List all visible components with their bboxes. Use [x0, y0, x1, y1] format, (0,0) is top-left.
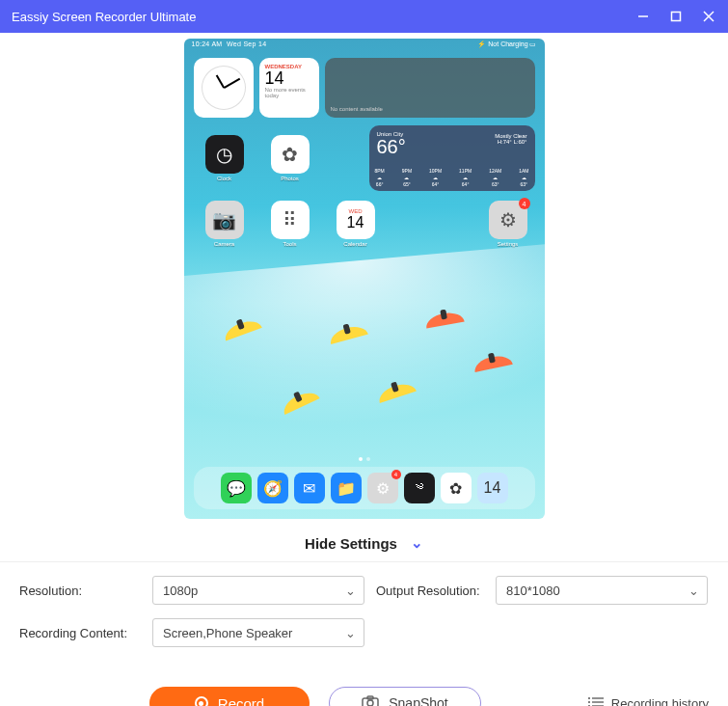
weather-hour: 12AM☁63°	[489, 168, 501, 187]
status-battery: ⚡ Not Charging ▭	[477, 41, 536, 52]
tools-icon: ⠿	[271, 201, 310, 239]
photos-icon: ✿	[271, 135, 310, 174]
clock-icon: ◷	[205, 135, 244, 174]
calendar-widget: WEDNESDAY 14 No more events today	[259, 58, 319, 118]
svg-point-5	[367, 700, 373, 706]
app-row-2: 📷Camera⠿ToolsWED14Calendar	[205, 201, 375, 247]
clock-widget	[194, 58, 254, 118]
surfer-graphic	[424, 311, 464, 329]
recording-history-link[interactable]: Recording history	[588, 696, 709, 707]
chevron-down-icon: ⌄	[345, 584, 356, 598]
app-label: Photos	[281, 176, 299, 181]
app-label: Settings	[498, 241, 519, 247]
output-resolution-select[interactable]: 810*1080 ⌄	[496, 576, 708, 605]
surfer-graphic	[280, 388, 319, 415]
titlebar: Eassiy Screen Recorder Ultimate	[0, 0, 728, 33]
hide-settings-toggle[interactable]: Hide Settings ⌄	[0, 525, 728, 561]
record-icon	[195, 696, 208, 706]
app-label: Clock	[217, 176, 231, 181]
app-photos: ✿Photos	[271, 135, 310, 181]
weather-hour: 1AM☁63°	[519, 168, 528, 187]
app-row-2-right: ⚙4Settings	[489, 201, 527, 247]
record-label: Record	[218, 695, 264, 707]
window-controls	[635, 9, 716, 24]
cal-daynum: 14	[265, 69, 313, 87]
minimize-icon[interactable]	[635, 9, 651, 24]
camera-icon: 📷	[205, 201, 244, 239]
surfer-graphic	[472, 353, 513, 372]
chevron-down-icon: ⌄	[411, 534, 423, 552]
output-resolution-value: 810*1080	[506, 584, 560, 598]
svg-rect-1	[672, 13, 681, 21]
device-preview-area: 10:24 AM Wed Sep 14 ⚡ Not Charging ▭ WED…	[0, 33, 728, 525]
ipad-mirror: 10:24 AM Wed Sep 14 ⚡ Not Charging ▭ WED…	[184, 39, 545, 519]
camera-icon	[362, 695, 379, 707]
app-label: Camera	[214, 241, 234, 247]
placeholder-text: No content available	[331, 106, 383, 112]
chevron-down-icon: ⌄	[345, 626, 356, 640]
app-tools: ⠿Tools	[271, 201, 310, 247]
cal-sub: No more events today	[265, 87, 313, 98]
app-clock: ◷Clock	[205, 135, 244, 181]
dock-files-icon: 📁	[331, 473, 362, 503]
badge: 4	[519, 198, 530, 209]
maximize-icon[interactable]	[668, 9, 684, 24]
dock-mail-icon: ✉	[294, 473, 325, 503]
close-icon[interactable]	[701, 9, 716, 24]
action-row: Record SnapShot Recording history	[0, 674, 728, 706]
weather-hourly: 8PM☁66°9PM☁65°10PM☁64°11PM☁64°12AM☁63°1A…	[375, 168, 529, 187]
placeholder-widget: No content available	[325, 58, 535, 118]
weather-hour: 11PM☁64°	[459, 168, 472, 187]
dock-safari-icon: 🧭	[257, 473, 288, 503]
app-calendar: WED14Calendar	[337, 201, 375, 247]
svg-point-10	[588, 697, 590, 699]
history-label: Recording history	[611, 696, 709, 707]
weather-widget: Union City 66° Mostly Clear H:74° L:60° …	[369, 125, 535, 191]
status-date: Wed Sep 14	[227, 41, 266, 47]
dock-messages-icon: 💬	[221, 473, 252, 503]
app-settings: ⚙4Settings	[489, 201, 527, 247]
snapshot-label: SnapShot	[389, 695, 448, 706]
surfer-graphic	[328, 323, 368, 344]
surfer-graphic	[376, 380, 417, 403]
weather-cond: Mostly Clear H:74° L:60°	[495, 133, 526, 145]
dock-appstore-icon: ⚙4	[367, 473, 398, 503]
app-label: Calendar	[343, 241, 366, 247]
list-icon	[588, 696, 604, 707]
weather-hour: 8PM☁66°	[375, 168, 385, 187]
recording-content-select[interactable]: Screen,Phone Speaker ⌄	[152, 618, 364, 647]
app-title: Eassiy Screen Recorder Ultimate	[12, 10, 635, 24]
resolution-label: Resolution:	[19, 584, 141, 598]
svg-point-11	[588, 701, 590, 703]
app-row-1: ◷Clock✿Photos	[205, 135, 310, 181]
dock-calsmall-icon: 14	[477, 473, 508, 503]
weather-hour: 9PM☁65°	[402, 168, 412, 187]
app-camera: 📷Camera	[205, 201, 244, 247]
toggle-label: Hide Settings	[305, 535, 397, 552]
recording-content-label: Recording Content:	[19, 626, 141, 640]
calendar-icon: WED14	[337, 201, 375, 239]
snapshot-button[interactable]: SnapShot	[329, 687, 481, 706]
chevron-down-icon: ⌄	[688, 584, 699, 598]
page-indicator	[359, 457, 370, 461]
weather-hour: 10PM☁64°	[429, 168, 442, 187]
dock-dark-icon: ༄	[404, 473, 435, 503]
app-label: Tools	[283, 241, 296, 247]
badge: 4	[391, 470, 401, 479]
analog-clock-icon	[202, 66, 246, 110]
status-time: 10:24 AM	[192, 41, 223, 47]
ipad-dock: 💬🧭✉📁⚙4༄✿14	[194, 467, 535, 509]
ipad-statusbar: 10:24 AM Wed Sep 14 ⚡ Not Charging ▭	[184, 39, 545, 54]
surfer-graphic	[222, 317, 262, 341]
dock-photos-icon: ✿	[441, 473, 472, 503]
resolution-value: 1080p	[163, 584, 198, 598]
widget-row: WEDNESDAY 14 No more events today No con…	[194, 58, 535, 118]
record-button[interactable]: Record	[149, 687, 310, 706]
output-resolution-label: Output Resolution:	[376, 584, 484, 598]
recording-content-value: Screen,Phone Speaker	[163, 626, 292, 640]
settings-panel: Resolution: 1080p ⌄ Output Resolution: 8…	[0, 561, 728, 674]
resolution-select[interactable]: 1080p ⌄	[152, 576, 364, 605]
